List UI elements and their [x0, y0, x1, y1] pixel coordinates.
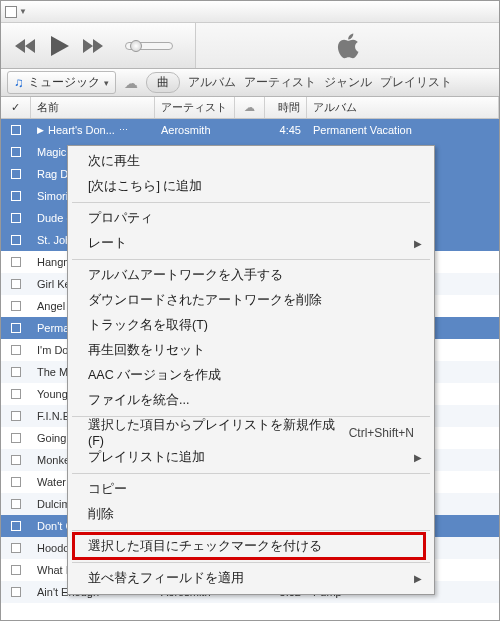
submenu-arrow-icon: ▶	[414, 452, 422, 463]
library-selector[interactable]: ♫ ミュージック ▾	[7, 71, 116, 94]
cell-name: ▶Heart's Don...⋯	[31, 124, 155, 136]
playing-icon: ▶	[37, 125, 44, 135]
col-name[interactable]: 名前	[31, 97, 155, 118]
menu-shortcut: Ctrl+Shift+N	[349, 426, 414, 440]
submenu-arrow-icon: ▶	[414, 573, 422, 584]
row-checkbox[interactable]	[11, 301, 21, 311]
menu-separator	[72, 259, 430, 260]
menu-item[interactable]: [次はこちら] に追加	[70, 174, 432, 199]
menu-item[interactable]: ダウンロードされたアートワークを削除	[70, 288, 432, 313]
row-checkbox[interactable]	[11, 389, 21, 399]
context-menu: 次に再生[次はこちら] に追加プロパティレート▶アルバムアートワークを入手するダ…	[67, 145, 435, 595]
row-checkbox[interactable]	[11, 147, 21, 157]
window-menu-icon[interactable]: ▼	[19, 7, 27, 16]
menu-item[interactable]: レート▶	[70, 231, 432, 256]
row-checkbox[interactable]	[11, 323, 21, 333]
prev-button[interactable]	[15, 39, 37, 53]
row-checkbox[interactable]	[11, 125, 21, 135]
volume-slider[interactable]	[125, 42, 173, 50]
row-checkbox[interactable]	[11, 521, 21, 531]
apple-logo-icon	[335, 31, 361, 61]
menu-separator	[72, 473, 430, 474]
column-headers: ✓ 名前 アーティスト ☁ 時間 アルバム	[1, 97, 499, 119]
row-checkbox[interactable]	[11, 433, 21, 443]
col-album[interactable]: アルバム	[307, 97, 499, 118]
lcd-display	[195, 23, 499, 68]
view-songs-pill[interactable]: 曲	[146, 72, 180, 93]
row-checkbox[interactable]	[11, 235, 21, 245]
menu-item[interactable]: トラック名を取得(T)	[70, 313, 432, 338]
tab-playlists[interactable]: プレイリスト	[380, 74, 452, 91]
col-cloud[interactable]: ☁	[235, 97, 265, 118]
menu-item[interactable]: プレイリストに追加▶	[70, 445, 432, 470]
titlebar: ▼	[1, 1, 499, 23]
menu-item[interactable]: アルバムアートワークを入手する	[70, 263, 432, 288]
submenu-arrow-icon: ▶	[414, 238, 422, 249]
row-checkbox[interactable]	[11, 543, 21, 553]
cell-artist: Aerosmith	[155, 124, 235, 136]
next-button[interactable]	[83, 39, 105, 53]
music-note-icon: ♫	[14, 75, 24, 90]
row-checkbox[interactable]	[11, 411, 21, 421]
play-button[interactable]	[51, 36, 69, 56]
navbar: ♫ ミュージック ▾ ☁ 曲 アルバム アーティスト ジャンル プレイリスト	[1, 69, 499, 97]
row-checkbox[interactable]	[11, 587, 21, 597]
menu-item[interactable]: 次に再生	[70, 149, 432, 174]
player-bar	[1, 23, 499, 69]
row-checkbox[interactable]	[11, 367, 21, 377]
row-checkbox[interactable]	[11, 279, 21, 289]
row-checkbox[interactable]	[11, 169, 21, 179]
menu-item[interactable]: プロパティ	[70, 206, 432, 231]
col-time[interactable]: 時間	[265, 97, 307, 118]
row-checkbox[interactable]	[11, 257, 21, 267]
tab-genres[interactable]: ジャンル	[324, 74, 372, 91]
tab-artists[interactable]: アーティスト	[244, 74, 316, 91]
menu-item[interactable]: AAC バージョンを作成	[70, 363, 432, 388]
window-icon	[5, 6, 17, 18]
menu-item[interactable]: 並べ替えフィールドを適用▶	[70, 566, 432, 591]
row-checkbox[interactable]	[11, 477, 21, 487]
menu-item[interactable]: 選択した項目にチェックマークを付ける	[70, 534, 432, 559]
row-checkbox[interactable]	[11, 565, 21, 575]
menu-separator	[72, 530, 430, 531]
menu-item[interactable]: 選択した項目からプレイリストを新規作成(F)Ctrl+Shift+N	[70, 420, 432, 445]
row-checkbox[interactable]	[11, 499, 21, 509]
table-row[interactable]: ▶Heart's Don...⋯Aerosmith4:45Permanent V…	[1, 119, 499, 141]
row-checkbox[interactable]	[11, 455, 21, 465]
cell-album: Permanent Vacation	[307, 124, 499, 136]
row-checkbox[interactable]	[11, 213, 21, 223]
menu-separator	[72, 202, 430, 203]
col-artist[interactable]: アーティスト	[155, 97, 235, 118]
options-icon[interactable]: ⋯	[119, 125, 128, 135]
row-checkbox[interactable]	[11, 345, 21, 355]
row-checkbox[interactable]	[11, 191, 21, 201]
menu-item[interactable]: コピー	[70, 477, 432, 502]
menu-item[interactable]: ファイルを統合...	[70, 388, 432, 413]
library-label: ミュージック	[28, 74, 100, 91]
menu-item[interactable]: 再生回数をリセット	[70, 338, 432, 363]
menu-item[interactable]: 削除	[70, 502, 432, 527]
cloud-icon[interactable]: ☁	[124, 75, 138, 91]
col-check[interactable]: ✓	[1, 97, 31, 118]
caret-icon: ▾	[104, 78, 109, 88]
tab-albums[interactable]: アルバム	[188, 74, 236, 91]
cell-time: 4:45	[265, 124, 307, 136]
menu-separator	[72, 562, 430, 563]
